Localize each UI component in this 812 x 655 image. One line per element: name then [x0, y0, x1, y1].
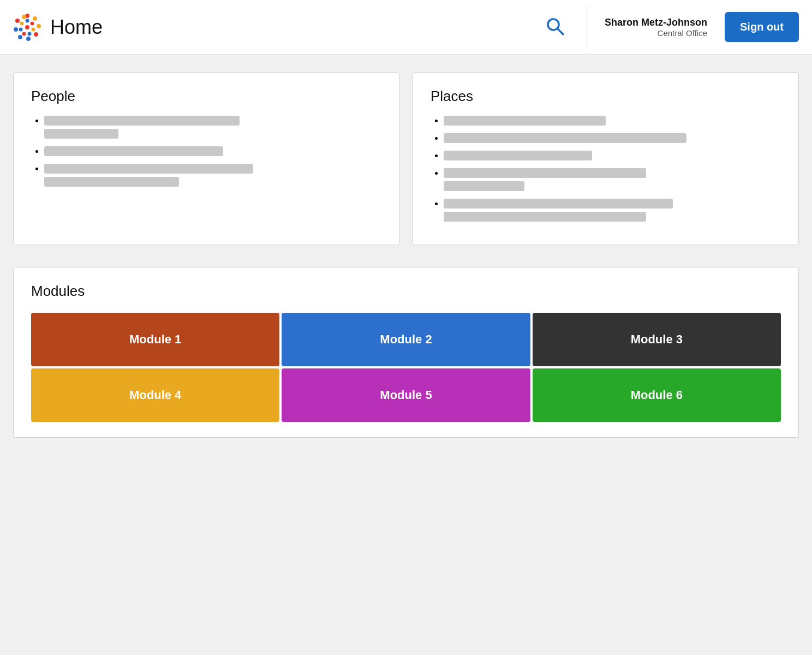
module-3-button[interactable]: Module 3: [533, 313, 781, 366]
cards-row: People Places: [13, 72, 799, 245]
search-icon: [545, 16, 565, 36]
modules-title: Modules: [31, 283, 781, 300]
app-logo-icon: [13, 13, 41, 41]
svg-line-18: [558, 29, 563, 34]
page-title: Home: [50, 16, 103, 39]
svg-point-6: [14, 27, 18, 32]
logo-area: Home: [13, 13, 541, 41]
module-6-button[interactable]: Module 6: [533, 368, 781, 422]
skeleton-bar: [444, 181, 524, 191]
svg-point-8: [22, 15, 26, 19]
svg-point-9: [26, 19, 29, 22]
user-location: Central Office: [605, 28, 707, 38]
module-5-button[interactable]: Module 5: [282, 368, 530, 422]
svg-point-16: [25, 25, 29, 29]
svg-point-4: [26, 37, 31, 41]
list-item: [44, 116, 381, 139]
people-card: People: [13, 72, 399, 245]
places-card: Places: [413, 72, 799, 245]
skeleton-bar: [444, 133, 686, 143]
search-button[interactable]: [541, 12, 569, 42]
skeleton-bar: [44, 177, 179, 187]
svg-point-11: [32, 27, 35, 31]
svg-point-2: [37, 24, 41, 28]
people-list: [31, 116, 381, 187]
skeleton-bar: [44, 146, 223, 156]
svg-point-14: [19, 27, 23, 31]
skeleton-bar: [444, 168, 646, 178]
svg-point-12: [28, 32, 32, 35]
user-name: Sharon Metz-Johnson: [605, 17, 707, 28]
header-divider: [587, 5, 587, 49]
places-card-title: Places: [431, 88, 781, 105]
svg-point-7: [15, 19, 20, 23]
skeleton-bar: [444, 212, 646, 222]
skeleton-bar: [444, 199, 673, 209]
modules-section: Modules Module 1 Module 2 Module 3 Modul…: [13, 267, 799, 438]
list-item: [44, 164, 381, 187]
sign-out-button[interactable]: Sign out: [725, 12, 799, 42]
skeleton-bar: [444, 151, 592, 160]
svg-point-13: [22, 32, 26, 35]
svg-point-15: [20, 21, 24, 25]
skeleton-bar: [444, 116, 606, 126]
list-item: [444, 116, 781, 126]
skeleton-bar: [44, 164, 253, 174]
svg-point-1: [33, 16, 37, 21]
list-item: [44, 146, 381, 156]
list-item: [444, 151, 781, 160]
list-item: [444, 133, 781, 143]
svg-point-10: [31, 21, 34, 25]
module-1-button[interactable]: Module 1: [31, 313, 279, 366]
module-2-button[interactable]: Module 2: [282, 313, 530, 366]
places-list: [431, 116, 781, 222]
list-item: [444, 168, 781, 191]
main-content: People Places: [0, 55, 812, 455]
modules-grid: Module 1 Module 2 Module 3 Module 4 Modu…: [31, 313, 781, 422]
header: Home Sharon Metz-Johnson Central Office …: [0, 0, 812, 55]
module-4-button[interactable]: Module 4: [31, 368, 279, 422]
svg-point-5: [18, 35, 22, 39]
skeleton-bar: [44, 129, 118, 139]
user-info: Sharon Metz-Johnson Central Office: [605, 17, 707, 38]
header-right: Sharon Metz-Johnson Central Office Sign …: [541, 5, 799, 49]
list-item: [444, 199, 781, 222]
skeleton-bar: [44, 116, 240, 126]
people-card-title: People: [31, 88, 381, 105]
svg-point-3: [34, 32, 38, 37]
